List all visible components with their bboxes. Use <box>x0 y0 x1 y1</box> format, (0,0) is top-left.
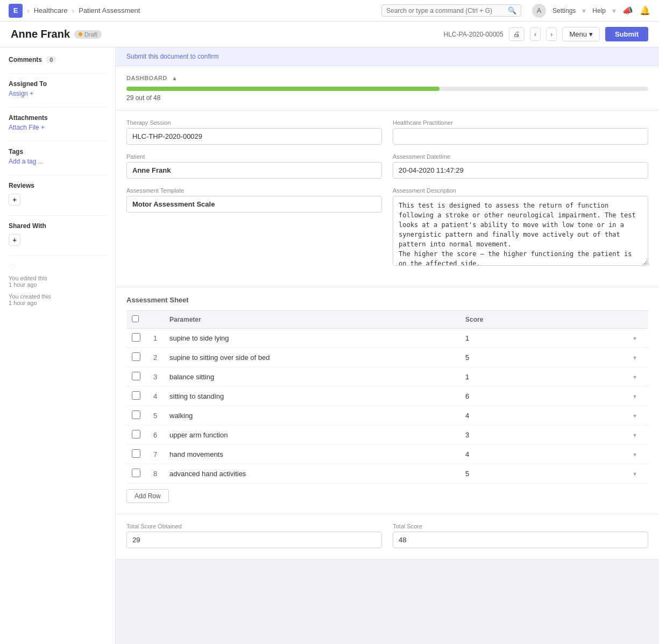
sidebar-reviews: Reviews + <box>9 182 107 206</box>
row-num: 6 <box>148 426 164 445</box>
table-row: 7 hand movements 4 ▾ <box>126 445 648 464</box>
row-checkbox[interactable] <box>132 411 140 419</box>
like-button[interactable]: ♡ <box>9 263 107 273</box>
search-input[interactable] <box>386 7 508 15</box>
search-bar[interactable]: 🔍 <box>381 4 521 17</box>
progress-text: 29 out of 48 <box>126 94 648 102</box>
dashboard-card: DASHBOARD ▲ 29 out of 48 <box>116 66 659 111</box>
menu-label: Menu <box>569 30 587 38</box>
next-button[interactable]: › <box>546 27 557 41</box>
patient-group: Patient <box>126 153 382 179</box>
megaphone-icon[interactable]: 📣 <box>622 5 633 16</box>
row-num: 2 <box>148 348 164 367</box>
assessment-template-group: Assessment Template <box>126 187 382 267</box>
patient-label: Patient <box>126 153 382 160</box>
row-checkbox[interactable] <box>132 449 140 458</box>
total-score-label: Total Score <box>393 523 648 529</box>
print-button[interactable]: 🖨 <box>509 27 525 41</box>
add-shared-button[interactable]: + <box>9 234 20 246</box>
row-checkbox[interactable] <box>132 333 140 342</box>
row-dropdown-icon[interactable]: ▾ <box>633 335 636 342</box>
table-row: 4 sitting to standing 6 ▾ <box>126 387 648 406</box>
menu-button[interactable]: Menu ▾ <box>562 27 600 41</box>
row-num: 1 <box>148 329 164 348</box>
progress-bar-fill <box>126 87 440 91</box>
draft-badge: Draft <box>74 30 102 39</box>
row-dropdown-icon[interactable]: ▾ <box>633 412 636 420</box>
settings-button[interactable]: Settings <box>552 7 576 15</box>
row-checkbox[interactable] <box>132 469 140 477</box>
draft-dot <box>79 32 82 36</box>
main-content: Submit this document to confirm DASHBOAR… <box>116 47 659 644</box>
form-row-1: Therapy Session Healthcare Practitioner <box>126 119 648 145</box>
row-checkbox[interactable] <box>132 391 140 400</box>
assessment-template-label: Assessment Template <box>126 187 382 194</box>
search-icon: 🔍 <box>508 6 516 15</box>
row-parameter: sitting to standing <box>164 387 460 406</box>
table-row: 3 balance sitting 1 ▾ <box>126 367 648 387</box>
sidebar-comments: Comments 0 <box>9 56 107 63</box>
select-all-checkbox[interactable] <box>132 315 139 322</box>
prev-button[interactable]: ‹ <box>530 27 541 41</box>
breadcrumb-patient-assessment[interactable]: Patient Assessment <box>79 6 140 15</box>
table-row: 6 upper arm function 3 ▾ <box>126 426 648 445</box>
row-parameter: balance sitting <box>164 367 460 387</box>
row-checkbox[interactable] <box>132 352 140 361</box>
row-dropdown-icon[interactable]: ▾ <box>633 431 636 439</box>
attach-file-button[interactable]: Attach File + <box>9 124 107 131</box>
sidebar-shared-with: Shared With + <box>9 222 107 246</box>
row-parameter: walking <box>164 406 460 426</box>
table-header-row: Parameter Score <box>126 311 648 329</box>
attachments-label: Attachments <box>9 114 107 122</box>
healthcare-practitioner-input[interactable] <box>393 128 648 145</box>
doc-id: HLC-PA-2020-00005 <box>444 31 504 38</box>
row-dropdown-icon[interactable]: ▾ <box>633 393 636 400</box>
row-checkbox[interactable] <box>132 372 140 380</box>
assessment-datetime-input[interactable] <box>393 162 648 179</box>
row-dropdown-icon[interactable]: ▾ <box>633 354 636 362</box>
form-row-2: Patient Assessment Datetime <box>126 153 648 179</box>
dashboard-title: DASHBOARD <box>126 75 167 81</box>
help-button[interactable]: Help <box>592 7 606 15</box>
add-row-button[interactable]: Add Row <box>126 489 169 503</box>
row-num: 8 <box>148 464 164 484</box>
assessment-description-group: Assessment Description This test is desi… <box>393 187 648 267</box>
row-parameter: supine to side lying <box>164 329 460 348</box>
assessment-description-textarea[interactable]: This test is designed to assess the retu… <box>393 196 648 266</box>
sidebar-attachments: Attachments Attach File + <box>9 114 107 131</box>
dashboard-toggle[interactable]: DASHBOARD ▲ <box>126 75 648 81</box>
submit-banner: Submit this document to confirm <box>116 47 659 66</box>
row-score: 4 <box>460 445 621 464</box>
add-review-button[interactable]: + <box>9 194 20 206</box>
comments-label: Comments 0 <box>9 56 107 63</box>
row-dropdown-icon[interactable]: ▾ <box>633 470 636 478</box>
shared-with-label: Shared With <box>9 222 107 230</box>
table-row: 8 advanced hand activities 5 ▾ <box>126 464 648 484</box>
row-num: 5 <box>148 406 164 426</box>
healthcare-practitioner-label: Healthcare Practitioner <box>393 119 648 126</box>
assign-button[interactable]: Assign + <box>9 90 107 97</box>
draft-label: Draft <box>84 31 97 38</box>
sidebar-assigned-to: Assigned To Assign + <box>9 80 107 97</box>
row-dropdown-icon[interactable]: ▾ <box>633 373 636 381</box>
row-score: 4 <box>460 406 621 426</box>
add-tag-button[interactable]: Add a tag ... <box>9 158 107 165</box>
bell-icon[interactable]: 🔔 <box>640 5 650 16</box>
form-card: Therapy Session Healthcare Practitioner … <box>116 111 659 287</box>
row-parameter: supine to sitting over side of bed <box>164 348 460 367</box>
therapy-session-input[interactable] <box>126 128 382 145</box>
breadcrumb-healthcare[interactable]: Healthcare <box>34 6 68 15</box>
assessment-template-input[interactable] <box>126 196 382 213</box>
patient-input[interactable] <box>126 162 382 179</box>
row-score: 6 <box>460 387 621 406</box>
app-logo: E <box>9 4 23 18</box>
row-dropdown-icon[interactable]: ▾ <box>633 451 636 458</box>
topnav: E › Healthcare › Patient Assessment 🔍 A … <box>0 0 659 22</box>
th-action <box>621 311 648 329</box>
form-row-3: Assessment Template Assessment Descripti… <box>126 187 648 267</box>
comments-count: 0 <box>46 56 56 63</box>
row-checkbox[interactable] <box>132 430 140 438</box>
breadcrumb-sep-1: › <box>27 6 30 15</box>
th-checkbox <box>126 311 148 329</box>
submit-button[interactable]: Submit <box>605 27 648 41</box>
